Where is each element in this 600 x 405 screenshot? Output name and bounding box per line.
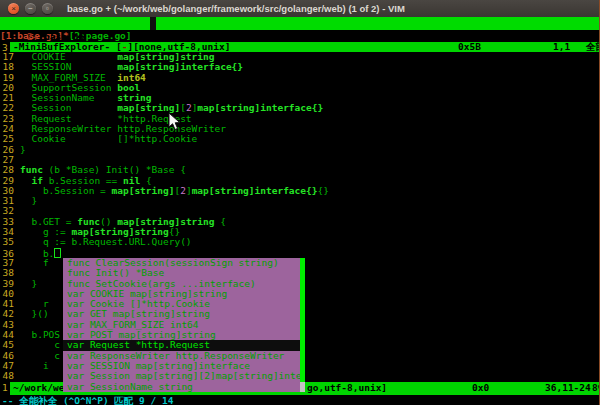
completion-item[interactable]: var Session map[string][2]map[string]int… <box>63 371 305 381</box>
vim-window: × − ▫ base.go + (~/work/web/golanger/fra… <box>0 0 600 405</box>
completion-item-label: var SessionName string <box>63 382 300 392</box>
vim-cursor <box>54 248 61 258</box>
completion-item-label: var Cookie []*http.Cookie <box>63 299 300 309</box>
completion-item-label: var SESSION map[string]interface <box>63 361 300 371</box>
maximize-button[interactable]: ▫ <box>42 3 53 14</box>
completion-item-label: var Request *http.Request <box>63 340 300 350</box>
file-hex-value: 0x0 <box>472 382 489 395</box>
completion-item[interactable]: var POST map[string]string <box>63 330 305 340</box>
completion-item-label: var COOKIE map[string]string <box>63 289 300 299</box>
popup-scrollbar-segment[interactable] <box>300 258 305 268</box>
completion-popup: func ClearSession(sessionSign string)fun… <box>63 258 305 392</box>
code-line-text: Cookie []*http.Cookie <box>20 133 197 144</box>
mouse-pointer-icon <box>168 112 181 131</box>
code-line-text: b.Session = map[string][2]map[string]int… <box>20 185 329 196</box>
completion-item[interactable]: func ClearSession(sessionSign string) <box>63 258 305 268</box>
popup-scrollbar-segment[interactable] <box>300 382 305 392</box>
popup-scrollbar-segment[interactable] <box>300 299 305 309</box>
code-line-text: f <box>20 257 49 268</box>
completion-item[interactable]: var GET map[string]string <box>63 309 305 319</box>
completion-item-label: var Session map[string][2]map[string]int… <box>63 371 300 381</box>
completion-item[interactable]: func Init() *Base <box>63 268 305 278</box>
minibuf-hex-value: 0x5B <box>458 42 481 52</box>
line-number: 35 <box>0 237 14 247</box>
completion-item-label: var POST map[string]string <box>63 330 300 340</box>
file-cursor-position: 36,11-24 <box>545 382 591 395</box>
completion-item[interactable]: var COOKIE map[string]string <box>63 289 305 299</box>
popup-scrollbar-segment[interactable] <box>300 371 305 381</box>
code-line-text: q := b.Request.URL.Query() <box>20 236 192 247</box>
code-line[interactable]: 36 b. <box>0 248 599 258</box>
code-line[interactable]: 25 Cookie []*http.Cookie <box>0 134 599 144</box>
file-buffer-number: 1 <box>2 382 8 393</box>
tab-separator <box>150 17 156 30</box>
completion-item[interactable]: var SESSION map[string]interface <box>63 361 305 371</box>
file-scroll-position: 8% <box>592 382 600 395</box>
file-info-text: go,utf-8,unix] <box>307 382 387 395</box>
code-line[interactable]: 26} <box>0 145 599 155</box>
code-line-text: }() <box>20 308 49 319</box>
popup-scrollbar-segment[interactable] <box>300 361 305 371</box>
code-line-text: } <box>20 195 37 206</box>
popup-scrollbar-segment[interactable] <box>300 340 305 350</box>
completion-item-label: var ResponseWriter http.ResponseWriter <box>63 351 300 361</box>
completion-item-label: var MAX_FORM_SIZE int64 <box>63 320 300 330</box>
popup-scrollbar-segment[interactable] <box>300 320 305 330</box>
completion-item[interactable]: var MAX_FORM_SIZE int64 <box>63 320 305 330</box>
completion-item-label: var GET map[string]string <box>63 309 300 319</box>
completion-item[interactable]: func SetCookie(args ...interface) <box>63 279 305 289</box>
tab-bar: 2+ base.go <box>0 17 599 30</box>
completion-item[interactable]: var Cookie []*http.Cookie <box>63 299 305 309</box>
code-line-text: } <box>20 144 26 155</box>
completion-item-label: func Init() *Base <box>63 268 300 278</box>
completion-item[interactable]: var ResponseWriter http.ResponseWriter <box>63 351 305 361</box>
code-line-text: i <box>20 360 49 371</box>
code-line[interactable]: 30 b.Session = map[string][2]map[string]… <box>0 186 599 196</box>
minimize-button[interactable]: − <box>25 3 36 14</box>
line-number: 48 <box>0 371 14 381</box>
completion-item[interactable]: var Request *http.Request <box>63 340 305 350</box>
popup-scrollbar-segment[interactable] <box>300 351 305 361</box>
title-bar[interactable]: × − ▫ base.go + (~/work/web/golanger/fra… <box>0 0 599 17</box>
code-line[interactable]: 31 } <box>0 196 599 206</box>
popup-scrollbar-segment[interactable] <box>300 330 305 340</box>
completion-item-label: func SetCookie(args ...interface) <box>63 279 300 289</box>
code-line[interactable]: 35 q := b.Request.URL.Query() <box>0 237 599 247</box>
close-button[interactable]: × <box>8 3 19 14</box>
file-path-text: ~/work/we <box>13 382 64 395</box>
popup-scrollbar-segment[interactable] <box>300 268 305 278</box>
window-title: base.go + (~/work/web/golanger/framework… <box>67 3 405 14</box>
popup-scrollbar-segment[interactable] <box>300 309 305 319</box>
completion-item[interactable]: var SessionName string <box>63 382 305 392</box>
popup-scrollbar-segment[interactable] <box>300 279 305 289</box>
minibuf-cursor-position: 1,1 <box>553 42 570 52</box>
completion-message-line: -- 全能补全 (^O^N^P) 匹配 9 / 14 <box>0 395 599 405</box>
minibuf-scroll-position: 全部 <box>586 42 600 52</box>
completion-item-label: func ClearSession(sessionSign string) <box>63 258 300 268</box>
popup-scrollbar-segment[interactable] <box>300 289 305 299</box>
code-line-text: } <box>20 278 37 289</box>
